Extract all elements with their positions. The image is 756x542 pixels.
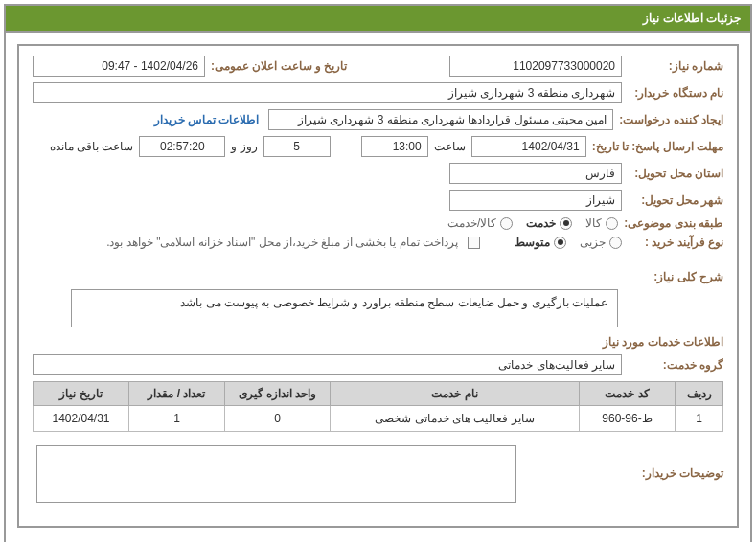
process-jozi-label: جزیی xyxy=(580,236,606,249)
buyer-org-label: نام دستگاه خریدار: xyxy=(628,86,723,100)
category-khadmat-label: خدمت xyxy=(526,216,556,230)
process-type-radio-group: جزیی متوسط xyxy=(515,236,622,249)
cell-code: ط-96-960 xyxy=(580,406,676,432)
cell-unit: 0 xyxy=(225,406,331,432)
announce-datetime-value: 1402/04/26 - 09:47 xyxy=(33,56,205,77)
buyer-notes-label: توضیحات خریدار: xyxy=(628,466,723,480)
th-unit: واحد اندازه گیری xyxy=(225,382,331,406)
radio-icon xyxy=(500,217,513,230)
main-form-box: شماره نیاز: 1102097733000020 تاریخ و ساع… xyxy=(17,44,739,528)
buyer-contact-link[interactable]: اطلاعات تماس خریدار xyxy=(154,113,263,126)
province-label: استان محل تحویل: xyxy=(628,167,723,180)
announce-label: تاریخ و ساعت اعلان عمومی: xyxy=(211,59,347,73)
deadline-label: مهلت ارسال پاسخ: تا تاریخ: xyxy=(592,140,723,153)
services-table: ردیف کد خدمت نام خدمت واحد اندازه گیری ت… xyxy=(33,381,723,432)
days-remaining-value: 5 xyxy=(263,136,331,157)
cell-name: سایر فعالیت های خدماتی شخصی xyxy=(331,406,580,432)
service-group-label: گروه خدمت: xyxy=(628,358,723,372)
payment-check[interactable] xyxy=(468,237,480,249)
panel-title: جزئیات اطلاعات نیاز xyxy=(6,6,750,33)
category-kala-khadmat[interactable]: کالا/خدمت xyxy=(447,216,513,230)
city-value: شیراز xyxy=(449,190,622,211)
radio-icon xyxy=(606,217,618,230)
cell-date: 1402/04/31 xyxy=(34,406,129,432)
remaining-label: ساعت باقی مانده xyxy=(50,140,134,153)
need-summary-value: عملیات بارگیری و حمل ضایعات سطح منطقه بر… xyxy=(71,289,618,327)
need-summary-label: شرح کلی نیاز: xyxy=(628,270,723,283)
countdown-value: 02:57:20 xyxy=(139,136,225,157)
deadline-time-value: 13:00 xyxy=(361,136,428,157)
need-number-value: 1102097733000020 xyxy=(449,56,622,77)
checkbox-icon xyxy=(468,237,480,249)
requester-label: ایجاد کننده درخواست: xyxy=(619,113,723,126)
need-number-label: شماره نیاز: xyxy=(628,59,723,73)
th-row: ردیف xyxy=(676,382,723,406)
city-label: شهر محل تحویل: xyxy=(628,193,723,207)
category-khadmat[interactable]: خدمت xyxy=(526,216,572,230)
radio-icon xyxy=(609,237,622,249)
table-row: 1 ط-96-960 سایر فعالیت های خدماتی شخصی 0… xyxy=(34,406,723,432)
radio-icon xyxy=(560,217,572,230)
service-group-value: سایر فعالیت‌های خدماتی xyxy=(33,354,622,375)
category-kala-khadmat-label: کالا/خدمت xyxy=(447,216,496,230)
time-label: ساعت xyxy=(434,140,466,153)
category-kala[interactable]: کالا xyxy=(585,216,618,230)
process-jozi[interactable]: جزیی xyxy=(580,236,622,249)
requester-value: امین محبتی مسئول قراردادها شهرداری منطقه… xyxy=(268,109,613,130)
process-type-label: نوع فرآیند خرید : xyxy=(628,236,723,249)
payment-note-text: پرداخت تمام یا بخشی از مبلغ خرید،از محل … xyxy=(106,236,458,249)
category-radio-group: کالا خدمت کالا/خدمت xyxy=(447,216,618,230)
cell-qty: 1 xyxy=(129,406,225,432)
th-code: کد خدمت xyxy=(580,382,676,406)
th-date: تاریخ نیاز xyxy=(34,382,129,406)
th-name: نام خدمت xyxy=(331,382,580,406)
buyer-notes-box xyxy=(36,445,516,503)
radio-icon xyxy=(554,237,566,249)
service-info-header: اطلاعات خدمات مورد نیاز xyxy=(33,335,723,349)
process-motavaset[interactable]: متوسط xyxy=(515,236,566,249)
process-motavaset-label: متوسط xyxy=(515,236,550,249)
category-label: طبقه بندی موضوعی: xyxy=(624,216,723,230)
deadline-date-value: 1402/04/31 xyxy=(471,136,586,157)
cell-row: 1 xyxy=(676,406,723,432)
category-kala-label: کالا xyxy=(585,216,602,230)
buyer-org-value: شهرداری منطقه 3 شهرداری شیراز xyxy=(33,82,622,103)
th-qty: تعداد / مقدار xyxy=(129,382,225,406)
province-value: فارس xyxy=(449,163,622,184)
footer-buttons: چاپ بازگشت xyxy=(17,537,739,542)
days-and-label: روز و xyxy=(231,140,257,153)
